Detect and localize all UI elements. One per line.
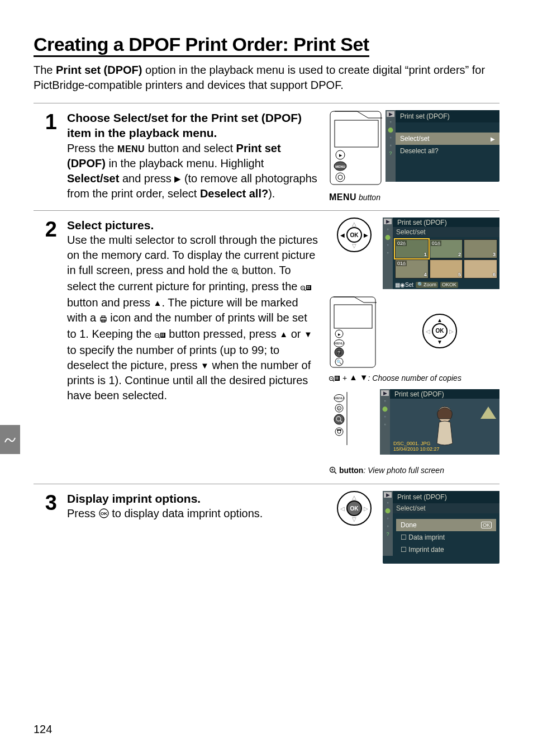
step-2: 2 Select pictures. Use the multi selecto… [34, 210, 499, 484]
ok-dial-icon: △▽ ◁▷ OK [337, 491, 372, 526]
step-1: 1 Choose Select/set for the Print set (D… [34, 103, 499, 210]
svg-rect-49 [337, 377, 339, 378]
thumbnail: 01⎙2 [430, 239, 463, 258]
step-2-caption-fullscreen: button: View photo full screen [329, 466, 499, 476]
step-2-heading: Select pictures. [67, 218, 319, 233]
svg-rect-28 [163, 334, 164, 335]
svg-text:🔍: 🔍 [336, 359, 342, 365]
svg-rect-48 [336, 377, 337, 378]
svg-line-45 [333, 380, 334, 381]
lcd-screen-imprint: ▶ ▫⬤▫▫? Print set (DPOF) Select/set Done… [383, 491, 499, 564]
svg-rect-16 [307, 286, 308, 287]
page-title: Creating a DPOF Print Order: Print Set [34, 34, 369, 57]
svg-rect-17 [308, 286, 310, 287]
page-number: 124 [34, 723, 52, 736]
lcd-screen-fullscreen: ▶ ▫⬤▫▫ Print set (DPOF) DSC_0001. JPG15/… [380, 389, 499, 455]
intro-paragraph: The Print set (DPOF) option in the playb… [34, 63, 499, 93]
step-number-3: 3 [34, 491, 57, 564]
svg-text:?: ? [337, 407, 340, 411]
ok-dial-icon: △▽ ◀▶ OK [337, 218, 372, 252]
thumbnail-button-icon [301, 280, 312, 295]
svg-point-60 [335, 428, 343, 436]
svg-line-66 [335, 472, 337, 474]
thumbnail-button-icon [155, 328, 166, 343]
step-number-1: 1 [34, 110, 57, 202]
svg-rect-51 [337, 379, 339, 380]
zoom-in-icon [231, 264, 239, 279]
svg-text:▶: ▶ [338, 333, 341, 336]
step-3-heading: Display imprint options. [67, 491, 319, 506]
step-3: 3 Display imprint options. Press OK to d… [34, 484, 499, 571]
svg-text:MENU: MENU [335, 342, 344, 345]
svg-rect-50 [336, 379, 337, 380]
thumbnail: 3 [464, 239, 497, 258]
svg-rect-29 [161, 336, 162, 337]
thumbnail: 02⎙1 [395, 239, 429, 258]
svg-text:?: ? [337, 351, 340, 355]
step-2-caption-copies: + ▲ ▼: Choose number of copies [329, 372, 499, 384]
svg-line-13 [304, 290, 306, 291]
svg-line-9 [236, 273, 239, 275]
svg-text:MENU: MENU [335, 396, 344, 400]
svg-rect-21 [102, 316, 105, 318]
svg-text:MENU: MENU [335, 165, 345, 168]
step-1-body: Press the MENU button and select Print s… [67, 141, 319, 201]
camera-back-diagram: ▶ MENU ? 🔍 [329, 296, 377, 366]
lcd-screen-thumbnails: ▶ ▫⬤▫▫ Print set (DPOF) Select/set 02⎙10… [383, 218, 499, 289]
thumbnail: 5 [430, 259, 463, 278]
side-tab-icon [0, 425, 20, 454]
step-3-body: Press OK to display data imprint options… [67, 506, 319, 522]
step-number-2: 2 [34, 218, 57, 476]
zoom-in-icon [329, 466, 337, 476]
svg-rect-1 [335, 120, 378, 147]
lcd-screen-menu: ▶ ▫⬤▫▫? Print set (DPOF) Select/set▶ Des… [386, 110, 499, 182]
ok-button-icon: OK [99, 507, 109, 522]
step-1-caption: MENU button [329, 192, 499, 202]
svg-rect-62 [337, 429, 341, 431]
step-1-heading: Choose Select/set for the Print set (DPO… [67, 110, 319, 141]
camera-back-diagram: ▶ MENU [329, 110, 382, 186]
svg-point-57 [334, 414, 344, 424]
svg-rect-18 [307, 288, 308, 289]
svg-text:OK: OK [101, 511, 107, 516]
svg-line-24 [158, 337, 159, 338]
camera-back-diagram: MENU ? [329, 389, 377, 459]
ok-dial-icon: ▲▼ ◁▷ OK [422, 314, 457, 348]
print-mark-icon [99, 311, 107, 327]
svg-rect-32 [334, 305, 372, 328]
thumbnail: 01⎙4 [395, 259, 429, 278]
step-2-body: Use the multi selector to scroll through… [67, 233, 319, 403]
svg-rect-27 [161, 334, 162, 335]
svg-rect-19 [308, 288, 310, 289]
svg-rect-30 [163, 336, 164, 337]
thumbnail: 6 [464, 259, 497, 278]
